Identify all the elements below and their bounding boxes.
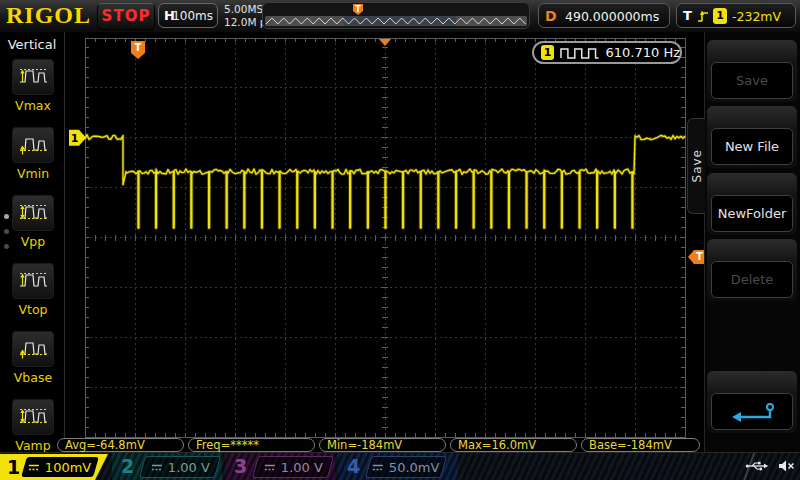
sidebar-item-vmin[interactable]: Vmin xyxy=(10,126,56,181)
menu-tab-save: Save xyxy=(687,118,705,214)
waveform-trace xyxy=(85,135,685,228)
menu-tab-label: Save xyxy=(690,149,704,182)
channel-4-number: 4 xyxy=(347,455,360,477)
sidebar-item-label: Vbase xyxy=(10,370,56,385)
dc-coupling-icon xyxy=(264,463,276,472)
measurement-min: Min=-184mV xyxy=(319,438,446,452)
sidebar-item-vpp[interactable]: Vpp xyxy=(10,194,56,249)
svg-text:1: 1 xyxy=(71,132,79,145)
center-time-marker xyxy=(379,39,391,46)
top-status-bar: RIGOL STOP H 100ms 5.00MSa/s 12.0M pts T… xyxy=(0,0,800,33)
save-button[interactable]: Save xyxy=(711,62,793,99)
trigger-position-marker[interactable] xyxy=(131,41,145,59)
waveform-preview-bar[interactable]: T xyxy=(262,2,530,29)
measurement-bar: Avg=-64.8mV Freq=***** Min=-184mV Max=16… xyxy=(0,437,800,452)
vpp-icon xyxy=(11,194,55,232)
channel-3-scale: 1.00 V xyxy=(281,460,323,475)
vmin-icon xyxy=(11,126,55,164)
channel-1-number: 1 xyxy=(7,456,20,478)
speaker-muted-icon xyxy=(778,459,795,473)
channel-2-number: 2 xyxy=(121,455,134,477)
trigger-label: T xyxy=(683,8,692,23)
channel-4-status[interactable]: 4 50.0mV xyxy=(338,453,458,480)
return-button[interactable] xyxy=(711,393,793,430)
dc-coupling-icon xyxy=(372,463,384,472)
vamp-icon xyxy=(11,398,55,436)
vmax-icon xyxy=(11,58,55,96)
return-arrow-icon xyxy=(724,400,780,424)
dc-coupling-icon xyxy=(151,463,163,472)
delay-readout[interactable]: D 490.000000ms xyxy=(538,3,670,28)
new-file-button[interactable]: New File xyxy=(711,128,793,165)
rising-edge-icon xyxy=(697,8,710,24)
measurement-base: Base=-184mV xyxy=(581,438,700,452)
vtop-icon xyxy=(11,262,55,300)
sidebar-title: Vertical xyxy=(0,37,64,52)
channel-1-status[interactable]: 1 100mV xyxy=(0,454,108,480)
square-wave-icon xyxy=(560,46,600,60)
sidebar-item-vbase[interactable]: Vbase xyxy=(10,330,56,385)
timebase-value: 100ms xyxy=(172,9,213,23)
page-indicator-dots xyxy=(4,204,9,259)
oscilloscope-screen: TT1 RIGOL STOP H 100ms 5.00MSa/s 12.0M p… xyxy=(0,0,800,480)
channel-2-status[interactable]: 2 1.00 V xyxy=(112,453,222,480)
measurement-freq: Freq=***** xyxy=(188,438,315,452)
delay-label: D xyxy=(545,8,557,24)
vertical-measure-sidebar: Vertical Vmax Vmin Vpp Vtop Vbase Vamp xyxy=(0,32,65,452)
channel-status-bar: 1 100mV 2 1.00 V 3 xyxy=(0,452,800,480)
delay-value: 490.000000ms xyxy=(565,9,659,24)
channel-3-number: 3 xyxy=(234,455,247,477)
svg-text:T: T xyxy=(696,251,703,262)
delete-button[interactable]: Delete xyxy=(711,261,793,298)
dc-coupling-icon xyxy=(28,463,40,472)
trigger-level-value: -232mV xyxy=(732,9,781,24)
sidebar-item-label: Vtop xyxy=(10,302,56,317)
vbase-icon xyxy=(11,330,55,368)
channel-4-scale: 50.0mV xyxy=(389,460,440,475)
run-state-indicator[interactable]: STOP xyxy=(97,3,155,30)
newfolder-button[interactable]: NewFolder xyxy=(711,195,793,232)
svg-text:T: T xyxy=(135,42,142,53)
channel-3-status[interactable]: 3 1.00 V xyxy=(225,453,335,480)
svg-text:T: T xyxy=(355,5,361,14)
measurement-max: Max=16.0mV xyxy=(450,438,577,452)
channel-1-position-marker[interactable] xyxy=(69,130,86,146)
frequency-value: 610.710 Hz xyxy=(606,45,681,60)
usb-icon xyxy=(745,460,769,472)
measurement-avg: Avg=-64.8mV xyxy=(57,438,184,452)
sidebar-item-label: Vmin xyxy=(10,166,56,181)
sidebar-item-vtop[interactable]: Vtop xyxy=(10,262,56,317)
channel-1-scale: 100mV xyxy=(45,460,91,475)
sidebar-item-label: Vpp xyxy=(10,234,56,249)
sidebar-item-label: Vmax xyxy=(10,98,56,113)
trigger-source-badge: 1 xyxy=(713,8,727,24)
sidebar-item-vmax[interactable]: Vmax xyxy=(10,58,56,113)
channel-2-scale: 1.00 V xyxy=(168,460,210,475)
channel-badge: 1 xyxy=(541,45,554,60)
soft-menu-panel: Save New File NewFolder Delete xyxy=(704,32,800,452)
frequency-counter: 1 610.710 Hz xyxy=(532,41,682,64)
trigger-readout[interactable]: T 1 -232mV xyxy=(676,3,796,28)
horizontal-timebase-box[interactable]: H 100ms xyxy=(158,3,218,28)
scope-display: TT1 xyxy=(0,0,800,480)
rigol-logo: RIGOL xyxy=(6,2,91,29)
